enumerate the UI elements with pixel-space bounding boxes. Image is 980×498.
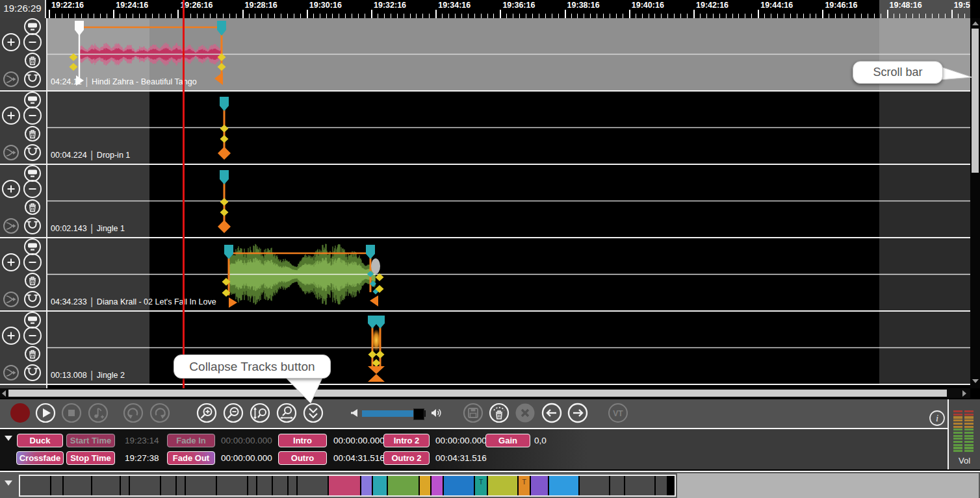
playlist-block[interactable] <box>549 476 578 495</box>
horizontal-scroll-thumb[interactable] <box>8 390 947 397</box>
playlist-block[interactable] <box>420 476 430 495</box>
undo-button[interactable] <box>123 403 144 423</box>
shrink-track-button[interactable] <box>23 32 42 55</box>
playlist-block-voicetrack[interactable]: T <box>519 476 530 495</box>
gain-button[interactable]: Gain <box>485 434 530 447</box>
horizontal-scrollbar[interactable] <box>0 388 970 398</box>
start-marker-flag[interactable] <box>75 21 84 36</box>
delete-track-button[interactable] <box>24 125 41 145</box>
delete-track-button[interactable] <box>24 272 41 292</box>
fade-handle-diamond[interactable] <box>220 125 229 132</box>
cue-marker-flag[interactable] <box>220 97 229 111</box>
playlist-block[interactable] <box>177 476 185 495</box>
expand-track-button[interactable] <box>1 253 21 275</box>
voice-track-button[interactable]: VT <box>608 403 628 423</box>
playlist-block[interactable] <box>92 476 120 495</box>
playlist-block[interactable] <box>289 476 296 495</box>
fade-in-button[interactable]: Fade In <box>167 434 215 447</box>
end-marker-arrow[interactable] <box>370 295 378 306</box>
volume-slider[interactable] <box>362 410 426 417</box>
expand-track-button[interactable] <box>1 32 21 55</box>
playlist-block[interactable] <box>51 476 62 495</box>
fade-handle-diamond[interactable] <box>220 135 229 143</box>
shrink-track-button[interactable] <box>23 253 42 275</box>
playlist-block[interactable] <box>610 476 624 495</box>
playlist-block[interactable] <box>298 476 328 495</box>
shrink-track-button[interactable] <box>23 106 42 128</box>
expand-track-button[interactable] <box>1 106 21 128</box>
playlist-block[interactable] <box>257 476 272 495</box>
fade-handle-diamond[interactable] <box>220 208 229 216</box>
playlist-block[interactable] <box>130 476 160 495</box>
playlist-block[interactable] <box>531 476 548 495</box>
playlist-block[interactable] <box>432 476 443 495</box>
playlist-block[interactable] <box>656 476 667 495</box>
vertical-scroll-thumb[interactable] <box>972 29 979 173</box>
intro-button[interactable]: Intro <box>278 434 327 447</box>
track-row-2[interactable]: 00:04.224|Drop-in 1 <box>0 92 970 165</box>
outro2-button[interactable]: Outro 2 <box>383 451 430 465</box>
zoom-selection-button[interactable] <box>276 403 297 423</box>
zoom-vertical-button[interactable] <box>250 403 270 423</box>
merge-track-button[interactable] <box>3 364 19 384</box>
marker-hourglass[interactable] <box>368 366 385 382</box>
collapse-tracks-button[interactable] <box>303 403 324 423</box>
fade-handle-diamond[interactable] <box>70 63 78 71</box>
stop-time-button[interactable]: Stop Time <box>66 451 115 465</box>
collapse-strip-icon[interactable] <box>5 480 12 486</box>
merge-track-button[interactable] <box>3 144 19 164</box>
scroll-right-arrow-icon[interactable] <box>962 390 966 397</box>
volume-max-icon[interactable] <box>430 408 443 421</box>
track-row-1[interactable]: 04:24.11|Hindi Zahra - Beautiful Tango <box>0 18 970 92</box>
vertical-scrollbar[interactable] <box>970 18 980 388</box>
timeline-ruler[interactable]: 19:22:1619:24:1619:26:1619:28:1619:30:16… <box>0 0 980 18</box>
stop-button[interactable] <box>61 403 82 423</box>
fade-handle-diamond[interactable] <box>218 63 226 71</box>
fade-out-button[interactable]: Fade Out <box>167 451 215 465</box>
clear-tracks-button[interactable] <box>489 403 509 423</box>
start-marker-flag[interactable] <box>368 316 377 329</box>
loop-track-button[interactable] <box>23 217 42 238</box>
zoom-in-button[interactable] <box>196 403 217 423</box>
playlist-blocks[interactable]: TT <box>19 475 676 497</box>
playhead-cursor[interactable] <box>183 0 185 388</box>
loop-track-button[interactable] <box>23 290 42 311</box>
fade-handle-diamond[interactable] <box>376 351 385 358</box>
cue-marker-diamond[interactable] <box>218 147 231 160</box>
track-row-4[interactable]: 04:34.233|Diana Krall - 02 Let's Fall In… <box>0 238 970 312</box>
shrink-track-button[interactable] <box>23 179 42 201</box>
playlist-block[interactable] <box>248 476 256 495</box>
fade-handle-diamond[interactable] <box>368 351 377 358</box>
duck-button[interactable]: Duck <box>17 434 63 447</box>
playlist-block-voicetrack[interactable]: T <box>475 476 487 495</box>
playlist-block[interactable] <box>361 476 372 495</box>
add-note-button[interactable] <box>88 403 109 423</box>
zoom-out-button[interactable] <box>223 403 244 423</box>
playlist-block[interactable] <box>121 476 129 495</box>
loop-track-button[interactable] <box>23 70 42 91</box>
playlist-block[interactable] <box>388 476 419 495</box>
playlist-block[interactable] <box>161 476 175 495</box>
save-button[interactable] <box>463 403 484 423</box>
end-marker-flag[interactable] <box>376 316 385 329</box>
start-time-button[interactable]: Start Time <box>66 434 115 447</box>
volume-slider-thumb[interactable] <box>413 408 424 420</box>
redo-button[interactable] <box>149 403 170 423</box>
playlist-block[interactable] <box>444 476 474 495</box>
marker-handle-ellipse[interactable] <box>371 258 380 274</box>
delete-track-button[interactable] <box>24 345 41 365</box>
playlist-block[interactable] <box>625 476 654 495</box>
previous-button[interactable] <box>541 403 562 423</box>
scroll-down-arrow-icon[interactable] <box>972 379 979 383</box>
playlist-block[interactable] <box>273 476 287 495</box>
end-marker-flag[interactable] <box>217 21 226 36</box>
play-button[interactable] <box>35 403 56 423</box>
collapse-panel-icon[interactable] <box>5 436 12 441</box>
playlist-block[interactable] <box>64 476 91 495</box>
volume-min-icon[interactable] <box>350 408 360 421</box>
end-marker-flag[interactable] <box>366 245 375 259</box>
track-row-3[interactable]: 00:02.143|Jingle 1 <box>0 165 970 238</box>
merge-track-button[interactable] <box>3 291 19 310</box>
crossfade-button[interactable]: Crossfade <box>16 451 64 465</box>
playlist-block[interactable] <box>186 476 216 495</box>
